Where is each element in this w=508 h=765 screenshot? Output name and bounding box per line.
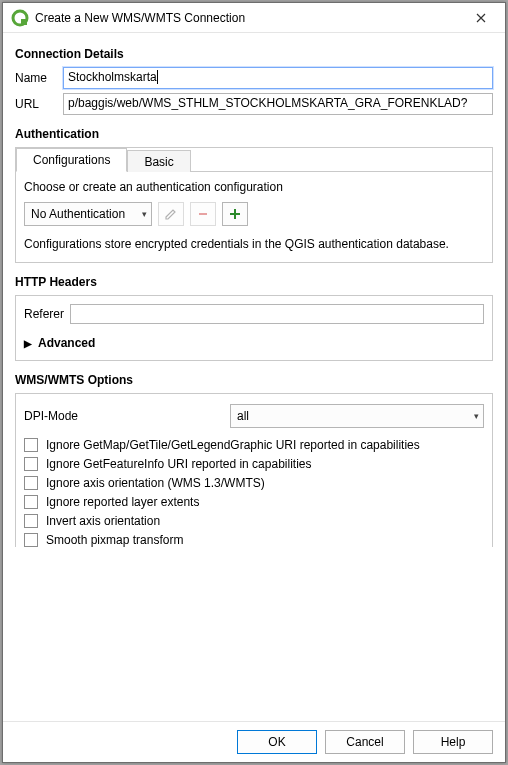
checkbox-label: Ignore axis orientation (WMS 1.3/WMTS) [46, 476, 265, 490]
tab-configurations[interactable]: Configurations [16, 148, 127, 172]
referer-label: Referer [24, 307, 64, 321]
url-label: URL [15, 97, 63, 111]
auth-heading: Authentication [15, 127, 493, 141]
chevron-down-icon: ▾ [474, 411, 479, 421]
ok-button[interactable]: OK [237, 730, 317, 754]
auth-add-button[interactable] [222, 202, 248, 226]
http-heading: HTTP Headers [15, 275, 493, 289]
dialog-window: Create a New WMS/WMTS Connection Connect… [2, 2, 506, 763]
wms-check-row: Ignore reported layer extents [24, 495, 484, 509]
name-input[interactable]: Stockholmskarta [63, 67, 493, 89]
auth-edit-button[interactable] [158, 202, 184, 226]
dpi-mode-value: all [237, 409, 249, 423]
svg-rect-1 [21, 19, 27, 25]
url-input[interactable]: p/baggis/web/WMS_STHLM_STOCKHOLMSKARTA_G… [63, 93, 493, 115]
checkbox-label: Ignore reported layer extents [46, 495, 199, 509]
checkbox-label: Smooth pixmap transform [46, 533, 183, 547]
cancel-button[interactable]: Cancel [325, 730, 405, 754]
auth-delete-button[interactable] [190, 202, 216, 226]
wms-heading: WMS/WMTS Options [15, 373, 493, 387]
referer-input[interactable] [70, 304, 484, 324]
auth-group: Configurations Basic Choose or create an… [15, 147, 493, 263]
http-group: Referer ▶ Advanced [15, 295, 493, 361]
checkbox[interactable] [24, 495, 38, 509]
auth-config-dropdown[interactable]: No Authentication ▾ [24, 202, 152, 226]
wms-group: DPI-Mode all ▾ Ignore GetMap/GetTile/Get… [15, 393, 493, 547]
dpi-mode-label: DPI-Mode [24, 409, 230, 423]
triangle-right-icon: ▶ [24, 338, 32, 349]
wms-check-row: Ignore axis orientation (WMS 1.3/WMTS) [24, 476, 484, 490]
connection-heading: Connection Details [15, 47, 493, 61]
chevron-down-icon: ▾ [142, 209, 147, 219]
checkbox-label: Invert axis orientation [46, 514, 160, 528]
button-bar: OK Cancel Help [3, 721, 505, 762]
checkbox[interactable] [24, 476, 38, 490]
window-title: Create a New WMS/WMTS Connection [35, 11, 459, 25]
dialog-body: Connection Details Name Stockholmskarta … [3, 33, 505, 721]
titlebar: Create a New WMS/WMTS Connection [3, 3, 505, 33]
wms-check-row: Smooth pixmap transform [24, 533, 484, 547]
auth-tabs: Configurations Basic [16, 148, 492, 172]
tab-basic[interactable]: Basic [127, 150, 190, 172]
wms-check-row: Ignore GetMap/GetTile/GetLegendGraphic U… [24, 438, 484, 452]
name-label: Name [15, 71, 63, 85]
dpi-mode-dropdown[interactable]: all ▾ [230, 404, 484, 428]
checkbox[interactable] [24, 533, 38, 547]
checkbox-label: Ignore GetMap/GetTile/GetLegendGraphic U… [46, 438, 420, 452]
wms-check-row: Invert axis orientation [24, 514, 484, 528]
advanced-label: Advanced [38, 336, 95, 350]
checkbox-label: Ignore GetFeatureInfo URI reported in ca… [46, 457, 311, 471]
help-button[interactable]: Help [413, 730, 493, 754]
name-input-text: Stockholmskarta [68, 70, 158, 84]
close-button[interactable] [459, 4, 503, 32]
url-input-text: p/baggis/web/WMS_STHLM_STOCKHOLMSKARTA_G… [68, 96, 467, 110]
auth-config-value: No Authentication [31, 207, 125, 221]
auth-choose-msg: Choose or create an authentication confi… [24, 180, 484, 194]
checkbox[interactable] [24, 514, 38, 528]
qgis-icon [11, 9, 29, 27]
wms-check-row: Ignore GetFeatureInfo URI reported in ca… [24, 457, 484, 471]
checkbox[interactable] [24, 438, 38, 452]
advanced-toggle[interactable]: ▶ Advanced [24, 336, 484, 350]
checkbox[interactable] [24, 457, 38, 471]
auth-note: Configurations store encrypted credentia… [24, 236, 484, 252]
svg-rect-2 [199, 213, 207, 215]
